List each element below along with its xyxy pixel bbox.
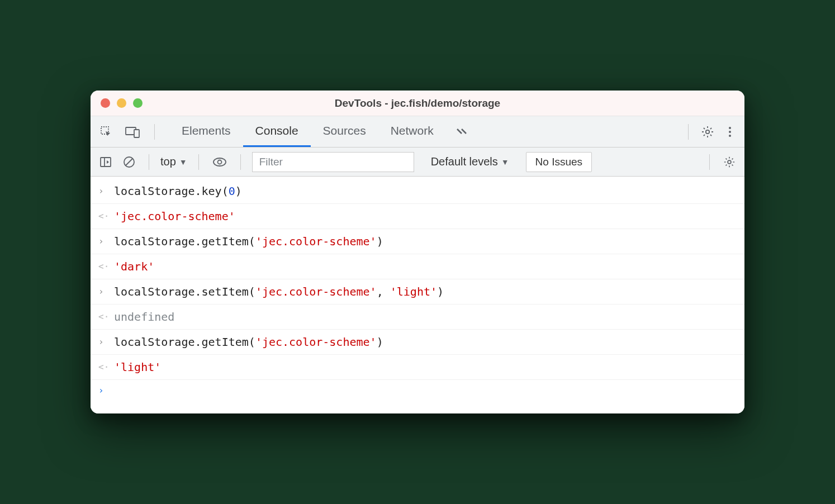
minimize-button[interactable]: [117, 98, 126, 108]
output-arrow-icon: <·: [98, 210, 108, 223]
filter-input[interactable]: [252, 152, 414, 172]
console-text: 'jec.color-scheme': [114, 208, 235, 225]
console-output-row: <·undefined: [91, 305, 744, 330]
issues-button[interactable]: No Issues: [526, 152, 592, 172]
console-input-row: ›localStorage.key(0): [91, 179, 744, 204]
console-text: localStorage.setItem('jec.color-scheme',…: [114, 283, 444, 300]
maximize-button[interactable]: [133, 98, 143, 108]
toggle-sidebar-icon[interactable]: [97, 154, 114, 170]
console-text: 'light': [114, 359, 161, 375]
tab-network[interactable]: Network: [378, 116, 446, 147]
tabs-overflow-icon[interactable]: [446, 116, 477, 147]
tabbar-right: [684, 123, 738, 141]
console-output-row: <·'jec.color-scheme': [91, 204, 744, 229]
context-label: top: [160, 155, 176, 168]
titlebar: DevTools - jec.fish/demo/storage: [91, 91, 744, 116]
output-arrow-icon: <·: [98, 310, 108, 324]
svg-line-10: [126, 159, 132, 165]
tab-elements[interactable]: Elements: [169, 116, 243, 147]
console-output-row: <·'light': [91, 355, 744, 380]
console-output-row: <·'dark': [91, 254, 744, 279]
output-arrow-icon: <·: [98, 360, 108, 374]
console-input-row: ›localStorage.getItem('jec.color-scheme'…: [91, 330, 744, 355]
device-toggle-icon[interactable]: [123, 123, 142, 140]
console-text: 'dark': [114, 258, 154, 275]
tabs: Elements Console Sources Network: [169, 116, 477, 147]
console-toolbar: top ▼ Default levels ▼ No Issues: [91, 148, 744, 177]
clear-console-icon[interactable]: [121, 154, 137, 170]
chevron-down-icon: ▼: [179, 158, 187, 167]
console-output[interactable]: ›localStorage.key(0)<·'jec.color-scheme'…: [91, 177, 744, 413]
log-levels-label: Default levels: [431, 155, 498, 168]
tabbar: Elements Console Sources Network: [91, 116, 744, 148]
divider: [688, 124, 689, 140]
console-prompt-row: ›: [91, 380, 744, 401]
input-arrow-icon: ›: [98, 235, 108, 248]
svg-point-4: [729, 127, 731, 129]
devtools-window: DevTools - jec.fish/demo/storage Element…: [91, 91, 744, 413]
svg-point-5: [729, 131, 731, 133]
console-settings-icon[interactable]: [721, 154, 738, 170]
input-arrow-icon: ›: [98, 285, 108, 298]
log-levels-selector[interactable]: Default levels ▼: [431, 155, 509, 168]
console-input-row: ›localStorage.setItem('jec.color-scheme'…: [91, 279, 744, 305]
divider: [154, 124, 155, 140]
close-button[interactable]: [101, 98, 110, 108]
more-menu-icon[interactable]: [722, 123, 738, 141]
divider: [240, 154, 241, 170]
chevron-down-icon: ▼: [501, 158, 509, 167]
context-selector[interactable]: top ▼: [160, 155, 187, 168]
svg-point-12: [217, 160, 221, 164]
window-title: DevTools - jec.fish/demo/storage: [335, 97, 500, 110]
tabbar-left: [97, 123, 159, 141]
divider: [149, 154, 149, 170]
tab-sources[interactable]: Sources: [311, 116, 378, 147]
settings-icon[interactable]: [699, 123, 717, 141]
live-expression-icon[interactable]: [210, 154, 229, 170]
prompt-arrow-icon: ›: [98, 384, 108, 397]
inspect-icon[interactable]: [97, 123, 115, 141]
console-text: localStorage.key(0): [114, 183, 242, 199]
divider: [709, 154, 710, 170]
console-text: localStorage.getItem('jec.color-scheme'): [114, 233, 383, 250]
svg-rect-2: [134, 130, 139, 137]
svg-point-13: [728, 160, 731, 164]
svg-point-3: [706, 130, 709, 133]
svg-point-6: [729, 135, 731, 137]
tab-console[interactable]: Console: [243, 116, 311, 147]
traffic-lights: [101, 98, 143, 108]
divider: [198, 154, 199, 170]
console-text: localStorage.getItem('jec.color-scheme'): [114, 334, 383, 350]
svg-rect-7: [101, 158, 111, 167]
svg-point-11: [214, 158, 226, 166]
input-arrow-icon: ›: [98, 335, 108, 349]
console-input-row: ›localStorage.getItem('jec.color-scheme'…: [91, 229, 744, 254]
input-arrow-icon: ›: [98, 184, 108, 198]
console-text: undefined: [114, 308, 174, 325]
output-arrow-icon: <·: [98, 260, 108, 273]
